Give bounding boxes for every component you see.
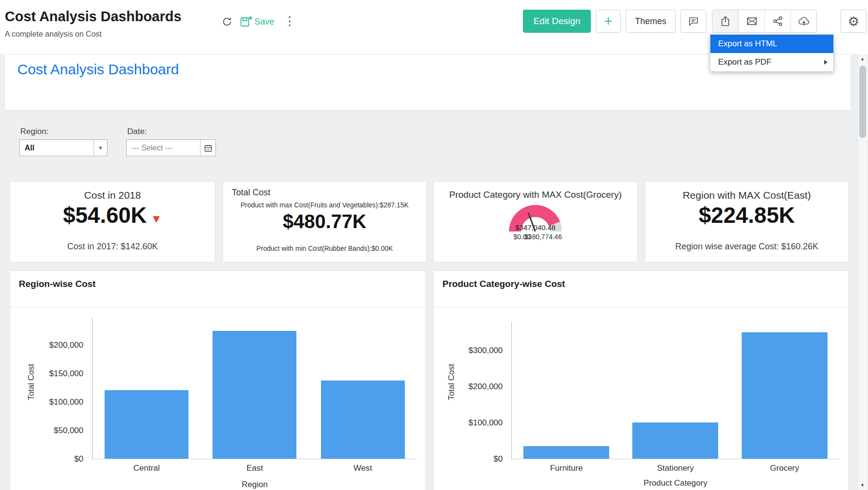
chart-title: Region-wise Cost — [19, 279, 95, 289]
menu-item-label: Export as PDF — [718, 57, 772, 67]
edit-design-button[interactable]: Edit Design — [523, 10, 591, 33]
x-axis-title: Region — [93, 480, 417, 490]
gauge-max-label: $380,774.46 — [517, 233, 570, 241]
trend-down-icon: ▼ — [151, 212, 162, 225]
calendar-icon — [200, 140, 215, 156]
plot-area — [512, 327, 839, 459]
kpi-value-row: $54.60K▼ — [10, 202, 215, 228]
date-filter-input[interactable]: --- Select --- — [126, 139, 216, 156]
more-options-button[interactable]: ⋮ — [283, 12, 296, 30]
settings-button[interactable]: ⚙ — [841, 10, 867, 33]
export-button[interactable] — [712, 10, 738, 32]
bar-west[interactable] — [321, 381, 405, 459]
save-label: Save — [254, 17, 274, 27]
share-toolbar — [712, 10, 817, 33]
chart-panel-category-wise-cost: Product Category-wise Cost Total Cost $0… — [433, 271, 849, 490]
menu-item-export-pdf[interactable]: Export as PDF — [710, 53, 833, 71]
export-icon — [720, 15, 731, 27]
vertical-scrollbar[interactable]: ▲ ▼ — [857, 54, 867, 490]
kpi-value-row: $224.85K — [645, 202, 848, 228]
export-menu: Export as HTML Export as PDF — [710, 34, 834, 72]
bar-east[interactable] — [213, 331, 296, 459]
save-icon — [240, 16, 253, 27]
bar-furniture[interactable] — [523, 446, 609, 459]
kpi-card-cost-2018: Cost in 2018 $54.60K▼ Cost in 2017: $142… — [10, 181, 215, 262]
y-tick-label: $200,000 — [6, 341, 83, 350]
save-button[interactable]: Save — [240, 13, 274, 31]
kpi-max-note: Product with max Cost(Fruits and Vegetab… — [223, 201, 426, 209]
kpi-title: Region with MAX Cost(East) — [645, 190, 848, 201]
kpi-title: Product Category with MAX Cost(Grocery) — [434, 190, 637, 200]
region-filter-label: Region: — [20, 127, 49, 136]
bar-grocery[interactable] — [742, 332, 828, 459]
region-filter-value: All — [25, 140, 34, 156]
region-filter-select[interactable]: All ▼ — [19, 139, 107, 156]
kpi-value: $480.77K — [223, 211, 426, 232]
refresh-icon — [222, 16, 232, 27]
dashboard-title: Cost Analysis Dashboard — [17, 61, 179, 78]
x-tick-label: Central — [93, 463, 200, 473]
y-ticks: $0$100,000$200,000$300,000 — [434, 327, 507, 459]
kpi-value: $54.60K — [63, 203, 147, 228]
page-title: Cost Analysis Dashboards — [5, 9, 181, 25]
date-filter-placeholder: --- Select --- — [132, 140, 173, 156]
chevron-down-icon: ▼ — [93, 140, 107, 156]
scroll-down-arrow-icon[interactable]: ▼ — [858, 480, 867, 490]
y-tick-label: $300,000 — [430, 346, 503, 355]
scroll-up-arrow-icon[interactable]: ▲ — [858, 54, 867, 64]
y-tick-label: $100,000 — [430, 419, 503, 427]
chart-panel-region-wise-cost: Region-wise Cost Total Cost $0$50,000$10… — [10, 271, 426, 490]
cloud-upload-icon — [798, 15, 810, 27]
plot-area — [93, 322, 417, 459]
x-tick-label: Furniture — [512, 463, 621, 473]
kpi-card-total-cost: Total Cost Product with max Cost(Fruits … — [223, 181, 427, 262]
menu-item-export-html[interactable]: Export as HTML — [710, 35, 833, 53]
x-tick-label: East — [200, 463, 308, 473]
y-tick-label: $150,000 — [6, 369, 83, 378]
comment-button[interactable] — [681, 10, 707, 33]
x-tick-label: Stationery — [621, 463, 730, 473]
chart-title: Product Category-wise Cost — [442, 279, 565, 289]
app-window: Cost Analysis Dashboards A complete anal… — [0, 0, 868, 490]
email-button[interactable] — [738, 10, 764, 32]
scrollbar-thumb[interactable] — [859, 66, 866, 138]
kpi-value: $224.85K — [699, 203, 795, 228]
settings-icon: ⚙ — [848, 15, 859, 28]
x-labels: FurnitureStationeryGrocery — [512, 463, 839, 473]
y-tick-label: $0 — [430, 455, 503, 463]
more-vertical-icon: ⋮ — [284, 14, 296, 28]
bar-central[interactable] — [105, 390, 188, 459]
x-tick-label: West — [309, 463, 417, 473]
date-filter-label: Date: — [127, 127, 147, 136]
themes-button[interactable]: Themes — [626, 10, 676, 33]
refresh-button[interactable] — [218, 13, 236, 31]
gauge: $347,040.48 $0.00 $380,774.46 — [509, 205, 562, 253]
publish-button[interactable] — [790, 10, 816, 32]
bar-stationery[interactable] — [632, 422, 718, 459]
mail-icon — [746, 15, 758, 27]
x-labels: CentralEastWest — [93, 463, 417, 473]
gauge-value-label: $347,040.48 — [499, 223, 572, 231]
y-tick-label: $100,000 — [6, 398, 83, 407]
y-tick-label: $50,000 — [6, 426, 83, 435]
y-tick-label: $200,000 — [430, 382, 503, 391]
kpi-min-note: Product with min Cost(Rubber Bands):$0.0… — [223, 245, 426, 252]
kpi-footer: Cost in 2017: $142.60K — [10, 242, 215, 252]
y-ticks: $0$50,000$100,000$150,000$200,000 — [10, 322, 87, 459]
add-button[interactable]: + — [596, 10, 621, 33]
share-icon — [772, 15, 784, 27]
kpi-card-max-category: Product Category with MAX Cost(Grocery) … — [433, 181, 638, 262]
page-subtitle: A complete analysis on Cost — [5, 30, 102, 39]
share-button[interactable] — [764, 10, 790, 32]
kpi-title: Total Cost — [232, 188, 270, 198]
divider — [434, 307, 848, 307]
kpi-title: Cost in 2018 — [10, 190, 215, 201]
x-tick-label: Grocery — [730, 463, 839, 473]
kpi-card-max-region: Region with MAX Cost(East) $224.85K Regi… — [645, 181, 849, 262]
x-axis-title: Product Category — [512, 478, 839, 488]
comment-icon — [688, 16, 699, 27]
y-tick-label: $0 — [6, 455, 83, 463]
kpi-footer: Region wise average Cost: $160.26K — [645, 242, 848, 252]
divider — [10, 307, 426, 307]
submenu-arrow-icon — [824, 60, 828, 65]
